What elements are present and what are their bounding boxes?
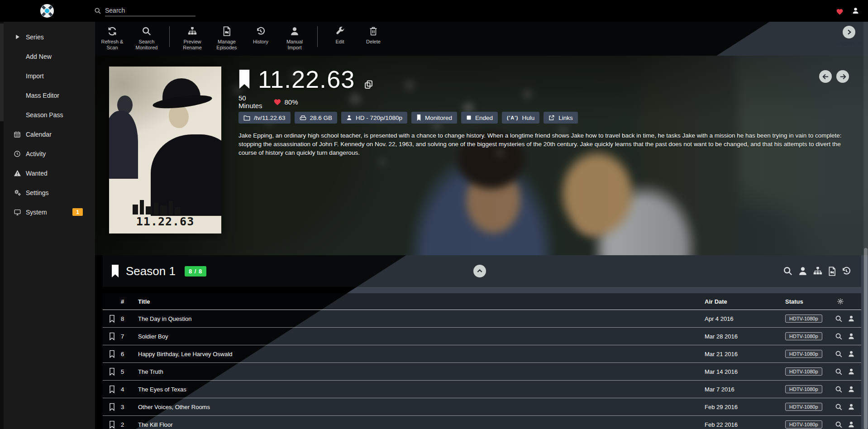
episode-row[interactable]: 3 Other Voices, Other Rooms Feb 29 2016 … [103, 398, 861, 416]
refresh-scan-button[interactable]: Refresh & Scan [95, 22, 129, 53]
episode-search-icon[interactable] [835, 421, 843, 429]
edit-button[interactable]: Edit [323, 22, 357, 48]
episode-monitored-icon[interactable] [103, 368, 121, 376]
user-icon[interactable] [852, 7, 859, 14]
sidebar-item-wanted[interactable]: Wanted [0, 163, 95, 183]
episode-row[interactable]: 8 The Day in Question Apr 4 2016 HDTV-10… [103, 310, 861, 328]
network-badge: ('A') Hulu [502, 112, 539, 124]
sonarr-logo-icon[interactable] [40, 4, 54, 18]
previous-series-button[interactable] [819, 70, 832, 83]
expand-all-label: Expand All [836, 41, 862, 47]
column-status: Status [785, 298, 835, 305]
search-input[interactable] [105, 6, 196, 16]
episode-air-date: Feb 29 2016 [705, 404, 785, 410]
preview-rename-button[interactable]: Preview Rename [175, 22, 210, 53]
episode-search-icon[interactable] [835, 386, 843, 393]
expand-all-button[interactable]: Expand All [836, 26, 862, 47]
sidebar-item-season-pass[interactable]: Season Pass [0, 105, 95, 124]
episode-search-icon[interactable] [835, 333, 843, 340]
episode-interactive-search-icon[interactable] [848, 350, 855, 358]
collapse-season-button[interactable] [473, 265, 486, 277]
episode-row[interactable]: 7 Soldier Boy Mar 28 2016 HDTV-1080p [103, 328, 861, 345]
toolbar-separator [317, 26, 318, 47]
toolbar-button-label: Preview Rename [177, 39, 207, 51]
top-bar [0, 0, 868, 22]
next-series-button[interactable] [836, 70, 849, 83]
sidebar-item-label: Series [26, 33, 44, 41]
season-history-icon[interactable] [841, 266, 851, 276]
page-scrollbar[interactable] [863, 22, 868, 429]
episode-row[interactable]: 5 The Truth Mar 14 2016 HDTV-1080p [103, 363, 861, 381]
sonarr-app: Series Add New Import Mass Editor Season… [0, 0, 868, 429]
system-health-badge: 1 [72, 208, 83, 216]
episode-monitored-icon[interactable] [103, 421, 121, 429]
season-file-info-icon[interactable] [828, 267, 836, 276]
sidebar-item-import[interactable]: Import [0, 66, 95, 86]
sidebar-item-system[interactable]: System 1 [0, 202, 95, 222]
episode-row[interactable]: 2 The Kill Floor Feb 22 2016 HDTV-1080p [103, 416, 861, 429]
sidebar-item-label: Add New [26, 53, 52, 60]
history-button[interactable]: History [244, 22, 277, 48]
season-search-icon[interactable] [783, 266, 793, 276]
episode-interactive-search-icon[interactable] [848, 403, 855, 410]
manage-episodes-button[interactable]: Manage Episodes [210, 22, 244, 53]
episode-monitored-icon[interactable] [103, 403, 121, 411]
bookmark-icon [416, 114, 421, 121]
sidebar-item-calendar[interactable]: Calendar [0, 124, 95, 144]
episode-interactive-search-icon[interactable] [848, 386, 855, 393]
external-link-icon [548, 114, 555, 121]
sidebar-item-mass-editor[interactable]: Mass Editor [0, 86, 95, 105]
table-options-gear-icon[interactable] [835, 298, 861, 305]
search-monitored-button[interactable]: Search Monitored [129, 22, 164, 53]
episode-row[interactable]: 6 Happy Birthday, Lee Harvey Oswald Mar … [103, 345, 861, 363]
season-monitored-bookmark-icon[interactable] [111, 265, 119, 277]
season-title: Season 1 [126, 264, 176, 278]
series-runtime: 50 Minutes [238, 94, 262, 110]
delete-button[interactable]: Delete [357, 22, 390, 48]
episode-air-date: Mar 28 2016 [705, 333, 785, 340]
episode-quality-badge: HDTV-1080p [785, 385, 822, 393]
column-air-date: Air Date [705, 298, 785, 305]
drive-icon [300, 115, 306, 121]
episode-title: Soldier Boy [138, 333, 705, 340]
episode-title: The Kill Floor [138, 421, 705, 428]
season-rename-icon[interactable] [813, 266, 823, 276]
series-monitored-bookmark-icon[interactable] [238, 70, 251, 89]
monitored-badge[interactable]: Monitored [411, 112, 457, 124]
sidebar-item-label: Mass Editor [26, 92, 59, 99]
toolbar-button-label: Refresh & Scan [97, 39, 127, 51]
series-overview: Jake Epping, an ordinary high school tea… [238, 131, 854, 157]
episode-row[interactable]: 4 The Eyes of Texas Mar 7 2016 HDTV-1080… [103, 381, 861, 398]
episode-monitored-icon[interactable] [103, 386, 121, 393]
scrollbar-thumb[interactable] [864, 248, 868, 429]
episode-monitored-icon[interactable] [103, 350, 121, 358]
copy-icon[interactable] [364, 80, 373, 89]
size-badge: 28.6 GB [295, 112, 338, 124]
play-icon [13, 33, 21, 40]
column-title: Title [138, 298, 705, 305]
search-icon [142, 26, 152, 37]
folder-icon [243, 115, 250, 121]
trash-icon [369, 26, 378, 37]
episode-search-icon[interactable] [835, 315, 843, 323]
links-badge[interactable]: Links [544, 112, 578, 124]
episode-search-icon[interactable] [835, 403, 843, 411]
sidebar-scrollbar[interactable] [0, 22, 4, 429]
donate-heart-icon[interactable] [836, 8, 844, 15]
monitor-icon [13, 209, 21, 216]
episode-interactive-search-icon[interactable] [848, 421, 855, 428]
manual-import-button[interactable]: Manual Import [277, 22, 312, 53]
sidebar-item-series[interactable]: Series [0, 27, 95, 47]
episode-interactive-search-icon[interactable] [848, 368, 855, 375]
sidebar-item-add-new[interactable]: Add New [0, 47, 95, 66]
sidebar-item-activity[interactable]: Activity [0, 144, 95, 163]
episode-search-icon[interactable] [835, 368, 843, 376]
episode-interactive-search-icon[interactable] [848, 333, 855, 340]
episode-interactive-search-icon[interactable] [848, 315, 855, 322]
season-interactive-search-icon[interactable] [798, 266, 808, 276]
episode-monitored-icon[interactable] [103, 333, 121, 340]
episode-search-icon[interactable] [835, 350, 843, 358]
history-icon [256, 26, 266, 37]
sidebar-item-settings[interactable]: Settings [0, 183, 95, 202]
episode-monitored-icon[interactable] [103, 315, 121, 323]
